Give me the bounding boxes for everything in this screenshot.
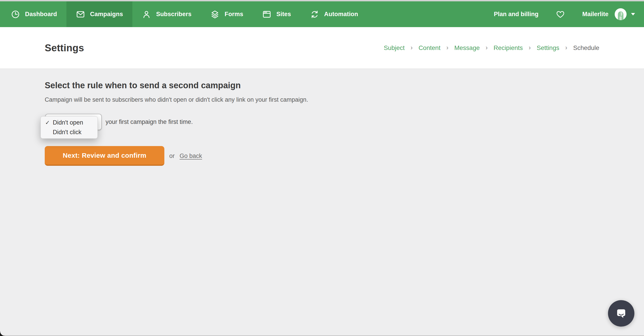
breadcrumb-schedule: Schedule [573, 44, 599, 52]
nav-right-group: Plan and billing Mailerlite [494, 1, 644, 27]
breadcrumb-chevron-icon: › [486, 44, 488, 51]
nav-item-sites[interactable]: Sites [253, 1, 300, 27]
dropdown-option-label: Didn't open [53, 119, 83, 126]
rule-dropdown-menu: ✓ Didn't open Didn't click [40, 116, 98, 139]
breadcrumb-settings[interactable]: Settings [537, 44, 559, 52]
check-icon: ✓ [45, 119, 53, 126]
main-content [0, 69, 644, 336]
account-menu[interactable]: Mailerlite [582, 8, 635, 20]
nav-item-forms[interactable]: Forms [201, 1, 253, 27]
person-icon [142, 10, 151, 19]
nav-item-subscribers[interactable]: Subscribers [132, 1, 201, 27]
user-avatar [615, 8, 626, 20]
dropdown-option-label: Didn't click [53, 129, 82, 136]
breadcrumb-message[interactable]: Message [454, 44, 480, 52]
breadcrumb: Subject › Content › Message › Recipients… [384, 44, 599, 52]
or-go-back-row: or Go back [169, 146, 202, 166]
envelope-icon [76, 10, 85, 19]
account-name: Mailerlite [582, 11, 608, 18]
nav-label: Automation [324, 11, 358, 18]
breadcrumb-content[interactable]: Content [418, 44, 440, 52]
or-text: or [169, 152, 175, 159]
breadcrumb-subject[interactable]: Subject [384, 44, 404, 52]
next-review-confirm-button[interactable]: Next: Review and confirm [45, 146, 164, 166]
nav-label: Subscribers [156, 11, 192, 18]
screen-corner [0, 331, 5, 336]
plan-and-billing-link[interactable]: Plan and billing [494, 11, 538, 18]
chevron-down-icon [631, 13, 635, 16]
clock-icon [11, 10, 20, 19]
nav-label: Dashboard [25, 11, 57, 18]
page-title: Settings [45, 42, 84, 54]
dropdown-option-didnt-click[interactable]: Didn't click [41, 127, 98, 137]
breadcrumb-recipients[interactable]: Recipients [494, 44, 523, 52]
breadcrumb-chevron-icon: › [528, 44, 531, 51]
nav-item-dashboard[interactable]: Dashboard [0, 1, 66, 27]
nav-label: Campaigns [90, 11, 123, 18]
rule-heading: Select the rule when to send a second ca… [45, 81, 240, 90]
top-navbar: Dashboard Campaigns Subscribers Forms Si [0, 1, 644, 27]
go-back-link[interactable]: Go back [180, 152, 202, 159]
rule-description: Campaign will be sent to subscribers who… [45, 96, 308, 103]
page-header: Settings Subject › Content › Message › R… [0, 27, 644, 69]
breadcrumb-chevron-icon: › [410, 44, 413, 51]
layers-icon [210, 10, 220, 19]
breadcrumb-chevron-icon: › [446, 44, 448, 51]
breadcrumb-chevron-icon: › [565, 44, 567, 51]
after-select-text: your first campaign the first time. [106, 118, 193, 125]
nav-label: Sites [276, 11, 291, 18]
heart-icon[interactable] [556, 10, 565, 19]
nav-item-campaigns[interactable]: Campaigns [66, 1, 132, 27]
browser-icon [262, 10, 272, 19]
nav-left-group: Dashboard Campaigns Subscribers Forms Si [0, 1, 368, 27]
dropdown-option-didnt-open[interactable]: ✓ Didn't open [41, 118, 98, 127]
nav-item-automation[interactable]: Automation [300, 1, 368, 27]
refresh-icon [310, 10, 319, 19]
intercom-chat-button[interactable] [608, 300, 634, 326]
nav-label: Forms [224, 11, 243, 18]
intercom-chat-icon [614, 306, 628, 320]
